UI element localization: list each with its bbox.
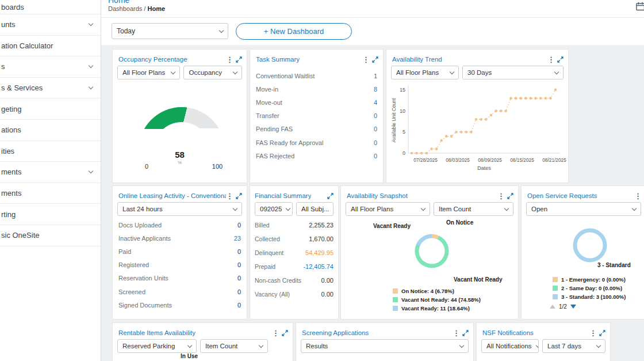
metric-select[interactable]: Occupancy — [183, 66, 242, 79]
task-label: Pending FAS — [256, 126, 293, 132]
item-count-select[interactable]: Item Count — [200, 339, 268, 353]
financial-row: Collected1,670.00 — [250, 232, 338, 246]
sidebar-item-calculator[interactable]: ation Calculator — [0, 36, 101, 57]
expand-icon[interactable] — [599, 330, 605, 336]
task-label: FAS Ready for Approval — [256, 139, 323, 146]
expand-icon[interactable] — [327, 193, 334, 199]
sidebar-item-label: s & Services — [1, 83, 43, 92]
task-count-link[interactable]: 0 — [374, 126, 377, 132]
expand-icon[interactable] — [282, 330, 288, 336]
leasing-value: 0 — [237, 222, 241, 229]
financial-value-delinquent: 54,429.95 — [305, 249, 334, 256]
page-down-icon[interactable] — [570, 305, 576, 309]
donut-callout: 3 - Standard — [597, 262, 631, 268]
card-title: Financial Summary — [255, 192, 311, 199]
kebab-menu-icon[interactable]: ⋮ — [634, 192, 640, 200]
new-dashboard-button[interactable]: + New Dashboard — [236, 23, 352, 40]
kebab-menu-icon[interactable]: ⋮ — [547, 55, 553, 64]
legend-item: 1 - Emergency: 0 (0.00%) — [553, 276, 626, 283]
svg-text:0: 0 — [402, 150, 405, 156]
legend-swatch — [553, 286, 558, 291]
floor-plans-select[interactable]: All Floor Plans — [117, 66, 180, 79]
chevron-down-icon — [89, 63, 93, 68]
sidebar-item-accounts[interactable]: unts — [0, 14, 101, 36]
svg-text:10: 10 — [400, 108, 405, 114]
leasing-label: Reservation Units — [118, 275, 168, 282]
breadcrumb-prefix[interactable]: Dashboards / — [108, 5, 145, 12]
task-row: Conventional Waitlist1 — [250, 69, 383, 82]
task-count-link[interactable]: 4 — [374, 99, 377, 106]
expand-icon[interactable] — [236, 193, 242, 199]
sidebar-item-services[interactable]: s & Services — [0, 78, 101, 99]
results-select[interactable]: Results — [301, 339, 469, 353]
kebab-menu-icon[interactable]: ⋮ — [589, 329, 595, 337]
expand-icon[interactable] — [236, 56, 242, 63]
sidebar-item-label: ities — [1, 147, 14, 155]
period-select[interactable]: 092025 — [255, 202, 293, 216]
task-count-link[interactable]: 8 — [374, 86, 377, 93]
financial-label: Billed — [255, 222, 270, 229]
page-title-link[interactable]: Home — [108, 0, 129, 5]
calendar-icon[interactable] — [635, 1, 644, 12]
expand-icon[interactable] — [372, 56, 378, 63]
leasing-label: Registered — [118, 261, 149, 268]
expand-icon[interactable] — [507, 193, 513, 199]
leasing-row: Screened0 — [113, 285, 247, 298]
sidebar-item-3[interactable]: s — [0, 56, 101, 78]
kebab-menu-icon[interactable]: ⋮ — [226, 55, 232, 64]
sidebar-item-dashboards[interactable]: boards — [0, 0, 101, 14]
period-select[interactable]: Last 7 days — [542, 339, 605, 353]
notifications-select[interactable]: All Notifications — [481, 339, 539, 353]
svg-text:Dates: Dates — [477, 165, 491, 171]
subjournal-select[interactable]: All Subj... — [296, 202, 334, 216]
leasing-label: Inactive Applicants — [118, 235, 171, 242]
kebab-menu-icon[interactable]: ⋮ — [362, 55, 368, 64]
card-financial-summary: Financial Summary 092025 All Subj... Bil… — [250, 185, 339, 320]
card-open-service-requests: Open Service Requests ⋮ Open 3 - Standar… — [521, 185, 644, 320]
sidebar-item-label: sic OneSite — [1, 231, 39, 240]
select-label: 30 Days — [467, 69, 492, 76]
task-count-link[interactable]: 1 — [374, 73, 377, 79]
sidebar-item-8[interactable]: ments — [0, 162, 101, 183]
leasing-row: Reservation Units0 — [113, 272, 247, 285]
header-divider — [101, 17, 644, 18]
leasing-count-link[interactable]: 23 — [234, 235, 241, 242]
kebab-menu-icon[interactable]: ⋮ — [272, 329, 278, 337]
page-indicator: 1/2 — [559, 303, 567, 310]
financial-row: Non-cash Credits0.00 — [250, 273, 338, 287]
task-count-link[interactable]: 0 — [374, 112, 377, 119]
sidebar-item-reporting[interactable]: rting — [0, 204, 101, 225]
sidebar-item-9[interactable]: ments — [0, 183, 101, 204]
task-count-link[interactable]: 0 — [374, 153, 377, 159]
donut-callout: On Notice — [446, 219, 473, 226]
page-up-icon[interactable] — [550, 305, 555, 309]
kebab-menu-icon[interactable]: ⋮ — [453, 329, 458, 337]
expand-icon[interactable] — [557, 56, 564, 63]
leasing-value: 0 — [237, 275, 241, 282]
expand-icon[interactable] — [462, 330, 469, 336]
date-range-select[interactable]: Today — [112, 23, 228, 39]
card-nsf-notifications: NSF Notifications ⋮ All Notifications La… — [476, 322, 611, 361]
sidebar-item-classic-onesite[interactable]: sic OneSite — [0, 225, 101, 246]
gauge-max-label: 100 — [209, 163, 225, 170]
leasing-value: 0 — [237, 288, 241, 295]
rentable-type-select[interactable]: Reserved Parking — [117, 339, 197, 353]
financial-row: Delinquent54,429.95 — [250, 246, 338, 260]
select-label: 092025 — [260, 206, 282, 212]
sidebar-item-budgeting[interactable]: geting — [0, 98, 101, 120]
sidebar-item-6[interactable]: ations — [0, 120, 101, 141]
card-title: Task Summary — [256, 56, 300, 63]
kebab-menu-icon[interactable]: ⋮ — [497, 192, 503, 200]
kebab-menu-icon[interactable]: ⋮ — [226, 192, 232, 200]
financial-label: Prepaid — [255, 263, 275, 270]
financial-row: Vacancy (All)0.00 — [250, 287, 338, 301]
chevron-down-icon — [554, 69, 559, 74]
select-label: Occupancy — [189, 69, 222, 76]
donut-pagination: 1/2 — [550, 303, 576, 310]
time-range-select[interactable]: Last 24 hours — [117, 202, 242, 216]
task-count-link[interactable]: 0 — [374, 139, 377, 146]
leasing-row: Docs Uploaded0 — [113, 218, 247, 231]
financial-value: 0.00 — [321, 291, 334, 298]
task-row: FAS Rejected0 — [250, 149, 383, 162]
sidebar-item-utilities[interactable]: ities — [0, 141, 101, 162]
